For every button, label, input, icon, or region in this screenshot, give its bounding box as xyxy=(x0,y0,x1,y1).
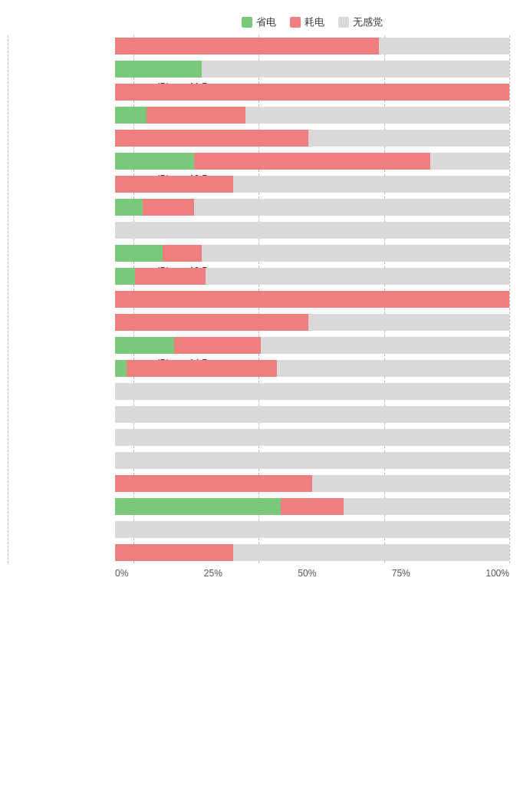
bar-segment-green xyxy=(115,107,147,124)
bar-track xyxy=(115,383,509,400)
bar-row: iPhone 12 mini xyxy=(115,127,509,149)
bar-track xyxy=(115,429,509,446)
bar-row: iPhone 12 xyxy=(115,104,509,126)
grid-line xyxy=(509,35,510,563)
bar-track xyxy=(115,245,509,262)
bar-segment-green xyxy=(115,360,127,377)
legend-item: 耗电 xyxy=(290,15,324,29)
bar-segment-pink xyxy=(135,268,206,285)
bar-segment-green xyxy=(115,268,135,285)
bar-segment-green xyxy=(115,498,281,515)
chart-container: 省电耗电无感觉 iPhone 11iPhone 11 ProiPhone 11 … xyxy=(0,8,517,602)
bar-row: iPhone 14 Pro xyxy=(115,335,509,356)
bar-track xyxy=(115,360,509,377)
bar-row: iPhone 8 xyxy=(115,381,509,402)
bar-track xyxy=(115,130,509,147)
bar-row: iPhone 11 ProMax xyxy=(115,81,509,103)
bar-row: iPhone SE 第2代 xyxy=(115,427,509,448)
legend-label: 耗电 xyxy=(305,15,324,29)
legend-label: 无感觉 xyxy=(353,15,383,29)
bar-track xyxy=(115,544,509,561)
bar-segment-pink xyxy=(115,291,509,308)
bar-row: iPhone 12 ProMax xyxy=(115,173,509,195)
x-tick-label: 75% xyxy=(392,568,410,579)
x-axis: 0%25%50%75%100% xyxy=(8,568,509,579)
x-tick-label: 25% xyxy=(204,568,222,579)
bar-row: iPhone 13 xyxy=(115,196,509,218)
bar-segment-pink xyxy=(115,176,233,193)
bar-row: iPhone SE 第3代 xyxy=(115,450,509,471)
bar-track xyxy=(115,153,509,170)
legend-color-dot xyxy=(338,17,349,28)
bar-track xyxy=(115,337,509,354)
bar-row: iPhone 14 Plus xyxy=(115,312,509,333)
legend-item: 无感觉 xyxy=(338,15,383,29)
bar-segment-pink xyxy=(115,544,233,561)
legend: 省电耗电无感觉 xyxy=(8,15,509,29)
x-tick-label: 50% xyxy=(298,568,316,579)
bar-segment-pink xyxy=(147,107,245,124)
bar-track xyxy=(115,176,509,193)
bar-row: iPhone XS xyxy=(115,519,509,540)
bar-row: iPhone 12 Pro xyxy=(115,150,509,172)
bar-track xyxy=(115,107,509,124)
bar-segment-green xyxy=(115,199,143,216)
bar-segment-pink xyxy=(115,475,312,492)
bar-track xyxy=(115,268,509,285)
legend-label: 省电 xyxy=(256,15,276,29)
bar-track xyxy=(115,38,509,54)
bar-row: iPhone 14 ProMax xyxy=(115,358,509,379)
bar-row: iPhone 11 xyxy=(115,35,509,57)
bar-row: iPhone 13 ProMax xyxy=(115,266,509,287)
bar-track xyxy=(115,61,509,78)
bar-track xyxy=(115,475,509,492)
bar-row: iPhone XS Max xyxy=(115,542,509,563)
bar-track xyxy=(115,222,509,239)
bar-segment-green xyxy=(115,245,163,262)
bar-track xyxy=(115,314,509,331)
chart-area: iPhone 11iPhone 11 ProiPhone 11 ProMaxiP… xyxy=(8,35,509,563)
bar-segment-pink xyxy=(174,337,261,354)
bar-row: iPhone 11 Pro xyxy=(115,58,509,80)
legend-color-dot xyxy=(242,17,252,28)
bar-track xyxy=(115,452,509,469)
legend-color-dot xyxy=(290,17,301,28)
bar-segment-pink xyxy=(143,199,194,216)
bar-track xyxy=(115,199,509,216)
bar-segment-pink xyxy=(281,498,344,515)
bar-row: iPhone XR xyxy=(115,496,509,517)
bar-track xyxy=(115,84,509,101)
bar-segment-pink xyxy=(115,38,379,54)
bar-segment-pink xyxy=(115,130,308,147)
bar-row: iPhone 13 mini xyxy=(115,220,509,241)
bar-row: iPhone X xyxy=(115,473,509,494)
bar-row: iPhone 14 xyxy=(115,289,509,310)
bar-row: iPhone 8 Plus xyxy=(115,404,509,425)
x-tick-label: 0% xyxy=(115,568,128,579)
grid-line xyxy=(8,35,8,563)
bar-track xyxy=(115,498,509,515)
x-axis-inner: 0%25%50%75%100% xyxy=(115,568,509,579)
bar-track xyxy=(115,406,509,423)
bar-segment-pink xyxy=(163,245,202,262)
legend-item: 省电 xyxy=(242,15,276,29)
bar-segment-pink xyxy=(194,153,430,170)
x-tick-label: 100% xyxy=(486,568,509,579)
bar-track xyxy=(115,291,509,308)
bar-segment-green xyxy=(115,61,202,78)
bar-segment-green xyxy=(115,153,194,170)
bar-segment-green xyxy=(115,337,174,354)
bar-segment-pink xyxy=(127,360,276,377)
bar-segment-pink xyxy=(115,84,509,101)
bar-track xyxy=(115,521,509,538)
bar-row: iPhone 13 Pro xyxy=(115,243,509,264)
bar-segment-pink xyxy=(115,314,308,331)
